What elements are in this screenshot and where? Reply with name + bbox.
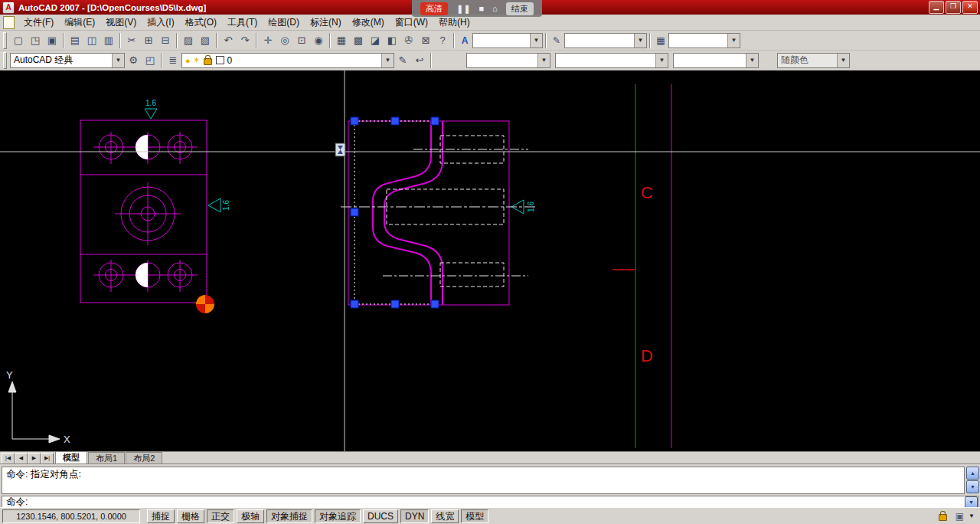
plot-style-select[interactable]: 随颜色 ▼ (777, 53, 850, 68)
chevron-down-icon[interactable]: ▼ (381, 54, 394, 67)
table-style-select[interactable]: ▼ (668, 33, 740, 48)
lineweight-select[interactable]: ▼ (673, 53, 759, 68)
markup-icon[interactable]: ✇ (400, 32, 417, 49)
text-style-select[interactable]: ▼ (472, 33, 543, 48)
cut-icon[interactable]: ✂ (123, 32, 140, 49)
toolbar-grip[interactable] (3, 32, 7, 49)
chevron-down-icon[interactable]: ▼ (655, 54, 668, 67)
first-tab-button[interactable]: |◀ (2, 453, 15, 464)
menu-item[interactable]: 编辑(E) (59, 15, 100, 31)
workspace-select[interactable]: AutoCAD 经典 ▼ (10, 53, 125, 68)
tool-palettes-icon[interactable]: ◪ (367, 32, 384, 49)
scroll-down-icon[interactable]: ▼ (966, 480, 979, 493)
status-menu-arrow-icon[interactable]: ▼ (969, 513, 975, 519)
properties-icon[interactable]: ▦ (333, 32, 350, 49)
save-icon[interactable]: ▣ (44, 32, 60, 49)
publish-icon[interactable]: ▥ (100, 32, 117, 49)
grip[interactable] (391, 117, 399, 125)
make-object-layer-current-icon[interactable]: ✎ (394, 52, 411, 69)
toolbar-grip[interactable] (3, 52, 7, 69)
close-button[interactable]: ✕ (962, 1, 978, 14)
recorder-hd-button[interactable]: 高清 (420, 2, 448, 15)
layer-previous-icon[interactable]: ↩ (411, 52, 428, 69)
prev-tab-button[interactable]: ◀ (15, 453, 28, 464)
help-icon[interactable]: ? (434, 32, 451, 49)
menu-item[interactable]: 视图(V) (100, 15, 142, 31)
status-toggle-osnap[interactable]: 对象捕捉 (266, 509, 312, 523)
match-properties-icon[interactable]: ▨ (180, 32, 197, 49)
new-icon[interactable]: ▢ (10, 32, 27, 49)
grip[interactable] (351, 300, 358, 308)
last-tab-button[interactable]: ▶| (41, 453, 54, 464)
quickcalc-icon[interactable]: ⊠ (417, 32, 434, 49)
paste-icon[interactable]: ⊟ (157, 32, 174, 49)
selection-grips[interactable] (351, 117, 439, 308)
maximize-button[interactable]: ❐ (946, 1, 961, 14)
chevron-down-icon[interactable]: ▼ (746, 54, 758, 67)
linetype-select[interactable]: ▼ (555, 53, 668, 68)
coordinate-readout[interactable]: 1230.1546, 800.5201, 0.0000 (2, 509, 140, 523)
status-toggle-ortho[interactable]: 正交 (207, 509, 234, 523)
gear-icon[interactable]: ⚙ (125, 52, 142, 69)
layer-on-icon[interactable]: ● (185, 56, 191, 65)
menu-item[interactable]: 文件(F) (18, 15, 59, 31)
chevron-down-icon[interactable]: ▼ (634, 34, 646, 47)
grip[interactable] (351, 117, 358, 125)
tab-model[interactable]: 模型 (55, 451, 87, 463)
plot-preview-icon[interactable]: ◫ (83, 32, 100, 49)
text-style-icon[interactable]: A (457, 32, 472, 49)
pause-icon[interactable]: ❚❚ (456, 1, 470, 16)
copy-icon[interactable]: ⊞ (140, 32, 157, 49)
drawing-svg[interactable]: 1.6 1.6 1.6 (0, 70, 980, 451)
chevron-down-icon[interactable]: ▼ (530, 34, 542, 47)
workspace-layout-icon[interactable]: ◰ (142, 52, 158, 69)
status-toggle-ducs[interactable]: DUCS (363, 509, 398, 523)
menu-item[interactable]: 工具(T) (222, 15, 263, 31)
undo-icon[interactable]: ↶ (220, 32, 237, 49)
designcenter-icon[interactable]: ▩ (350, 32, 367, 49)
status-toggle-otrack[interactable]: 对象追踪 (315, 509, 361, 523)
menu-item[interactable]: 绘图(D) (263, 15, 305, 31)
tray-icon[interactable]: ▣ (956, 511, 964, 522)
home-icon[interactable]: ⌂ (492, 1, 498, 16)
layer-properties-icon[interactable]: ≣ (165, 52, 181, 69)
status-toggle-polar[interactable]: 极轴 (237, 509, 264, 523)
chevron-down-icon[interactable]: ▼ (727, 34, 740, 47)
menu-item[interactable]: 修改(M) (347, 15, 390, 31)
zoom-realtime-icon[interactable]: ◎ (276, 32, 293, 49)
redo-icon[interactable]: ↷ (237, 32, 253, 49)
drawing-area[interactable]: 1.6 1.6 1.6 (0, 70, 980, 451)
command-history[interactable]: 命令: 指定对角点: (2, 467, 965, 494)
color-select[interactable]: ▼ (466, 53, 550, 68)
minimize-button[interactable]: ▁ (929, 1, 944, 14)
tab-layout2[interactable]: 布局2 (126, 452, 162, 463)
layer-freeze-icon[interactable]: ☀ (193, 55, 201, 65)
status-toggle-model[interactable]: 模型 (461, 509, 488, 523)
zoom-previous-icon[interactable]: ◉ (310, 32, 327, 49)
menu-item[interactable]: 格式(O) (180, 15, 222, 31)
open-icon[interactable]: ◳ (27, 32, 44, 49)
grip[interactable] (351, 208, 358, 216)
table-style-icon[interactable]: ▦ (653, 32, 668, 49)
toolbar-lock-icon[interactable] (939, 514, 947, 521)
grip[interactable] (391, 300, 399, 308)
layer-select[interactable]: ● ☀ 0 ▼ (181, 53, 394, 68)
scroll-up-icon[interactable]: ▲ (966, 467, 979, 480)
menu-item[interactable]: 标注(N) (305, 15, 347, 31)
next-tab-button[interactable]: ▶ (28, 453, 41, 464)
layer-lock-icon[interactable] (204, 58, 212, 65)
chevron-down-icon[interactable]: ▼ (112, 54, 124, 67)
status-toggle-snap[interactable]: 捕捉 (147, 509, 175, 523)
status-toggle-dyn[interactable]: DYN (400, 509, 429, 523)
pan-icon[interactable]: ✛ (260, 32, 276, 49)
chevron-down-icon[interactable]: ▼ (837, 54, 849, 67)
block-editor-icon[interactable]: ▧ (197, 32, 214, 49)
zoom-window-icon[interactable]: ⊡ (293, 32, 310, 49)
status-toggle-lwt[interactable]: 线宽 (431, 509, 459, 523)
sheet-set-icon[interactable]: ◧ (384, 32, 400, 49)
menu-item[interactable]: 插入(I) (142, 15, 179, 31)
recorder-end-button[interactable]: 结束 (506, 2, 534, 15)
grip[interactable] (431, 117, 439, 125)
dim-style-select[interactable]: ▼ (564, 33, 647, 48)
status-toggle-grid[interactable]: 栅格 (177, 509, 204, 523)
